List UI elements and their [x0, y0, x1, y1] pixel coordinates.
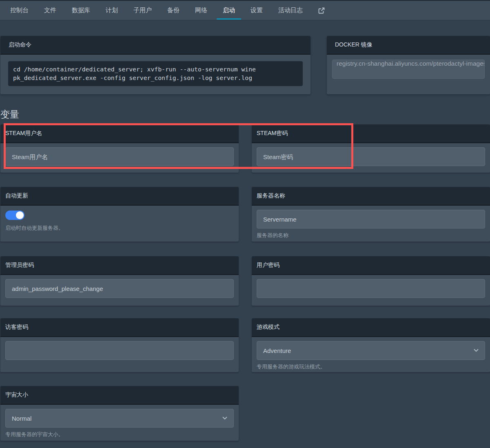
auto-update-help: 启动时自动更新服务器。 [5, 224, 234, 232]
user-password-input[interactable] [257, 279, 485, 298]
game-mode-value: Adventure [263, 347, 291, 354]
tab-activity[interactable]: 活动日志 [272, 1, 309, 20]
steam-username-input[interactable] [5, 147, 234, 166]
tab-schedules[interactable]: 计划 [100, 1, 124, 20]
steam-password-label: STEAM密码 [252, 124, 490, 143]
docker-image-title: DOCKER 镜像 [327, 36, 490, 55]
server-name-help: 服务器的名称 [257, 232, 485, 239]
server-name-card: 服务器名称 服务器的名称 [252, 187, 490, 242]
server-tabs-nav: 控制台 文件 数据库 计划 子用户 备份 网络 启动 设置 活动日志 [0, 0, 490, 20]
startup-page: 启动命令 cd /home/container/dedicated_server… [0, 20, 490, 441]
admin-password-input[interactable] [5, 279, 234, 298]
guest-password-card: 访客密码 [0, 318, 239, 372]
tab-startup[interactable]: 启动 [217, 1, 241, 20]
game-mode-select[interactable]: Adventure [257, 341, 485, 360]
toggle-knob [16, 211, 24, 219]
tab-network[interactable]: 网络 [189, 1, 213, 20]
steam-password-card: STEAM密码 [252, 124, 490, 173]
universe-size-value: Normal [12, 415, 31, 422]
tab-users[interactable]: 子用户 [127, 1, 158, 20]
steam-username-card: STEAM用户名 [0, 124, 239, 173]
chevron-down-icon [222, 417, 227, 420]
startup-command-title: 启动命令 [0, 36, 310, 55]
admin-password-label: 管理员密码 [0, 256, 239, 275]
universe-size-label: 宇宙大小 [0, 386, 239, 405]
steam-password-input[interactable] [257, 147, 485, 166]
auto-update-label: 自动更新 [0, 187, 239, 206]
user-password-label: 用户密码 [252, 256, 490, 275]
game-mode-help: 专用服务器的游戏玩法模式。 [257, 363, 485, 370]
tab-settings[interactable]: 设置 [244, 1, 269, 20]
universe-size-help: 专用服务器的宇宙大小。 [5, 431, 234, 438]
game-mode-label: 游戏模式 [252, 318, 490, 337]
auto-update-card: 自动更新 启动时自动更新服务器。 [0, 187, 239, 242]
admin-external-link[interactable] [312, 1, 331, 20]
chevron-down-icon [474, 349, 479, 352]
server-name-label: 服务器名称 [252, 187, 490, 206]
auto-update-toggle[interactable] [5, 211, 24, 220]
startup-command-panel: 启动命令 cd /home/container/dedicated_server… [0, 36, 310, 94]
universe-size-select[interactable]: Normal [5, 409, 234, 428]
user-password-card: 用户密码 [252, 256, 490, 306]
startup-command-code[interactable]: cd /home/container/dedicated_server; xvf… [8, 61, 303, 86]
universe-size-card: 宇宙大小 Normal 专用服务器的宇宙大小。 [0, 386, 239, 441]
tab-databases[interactable]: 数据库 [66, 1, 96, 20]
external-link-icon [318, 7, 325, 14]
docker-image-input[interactable]: registry.cn-shanghai.aliyuncs.com/pterod… [332, 60, 485, 79]
steam-username-label: STEAM用户名 [0, 124, 239, 143]
tab-console[interactable]: 控制台 [4, 1, 35, 20]
server-name-input[interactable] [257, 210, 485, 228]
guest-password-input[interactable] [5, 341, 234, 360]
tab-backups[interactable]: 备份 [161, 1, 186, 20]
guest-password-label: 访客密码 [0, 318, 239, 337]
tab-files[interactable]: 文件 [38, 1, 62, 20]
admin-password-card: 管理员密码 [0, 256, 239, 306]
variables-section-title: 变量 [0, 108, 490, 120]
docker-image-panel: DOCKER 镜像 registry.cn-shanghai.aliyuncs.… [327, 36, 490, 94]
game-mode-card: 游戏模式 Adventure 专用服务器的游戏玩法模式。 [252, 318, 490, 372]
